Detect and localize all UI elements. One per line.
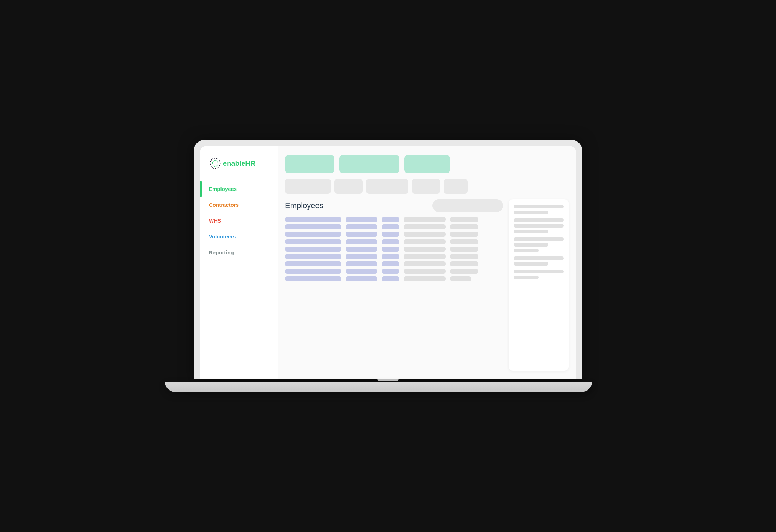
search-bar[interactable] bbox=[432, 199, 503, 212]
logo-area: enableHR bbox=[200, 157, 278, 181]
cell-col3 bbox=[382, 217, 399, 222]
table-row bbox=[285, 224, 503, 229]
cell-col5 bbox=[450, 247, 478, 252]
cell-col5 bbox=[450, 269, 478, 274]
enablehr-logo-icon bbox=[209, 157, 222, 170]
cell-col5 bbox=[450, 232, 478, 237]
panel-line bbox=[514, 270, 564, 273]
cell-col5 bbox=[450, 276, 471, 281]
table-row bbox=[285, 276, 503, 281]
cell-col2 bbox=[346, 261, 377, 266]
table-header: Employees bbox=[285, 199, 503, 212]
sidebar-item-reporting[interactable]: Reporting bbox=[200, 244, 278, 260]
cell-col4 bbox=[404, 217, 446, 222]
panel-line bbox=[514, 205, 564, 208]
cell-col4 bbox=[404, 276, 446, 281]
main-content: Employees bbox=[278, 146, 576, 379]
panel-group-5 bbox=[514, 270, 564, 279]
content-area: Employees bbox=[285, 199, 569, 371]
sidebar: enableHR Employees Contractors WHS Volun… bbox=[200, 146, 278, 379]
cell-col4 bbox=[404, 261, 446, 266]
cell-col3 bbox=[382, 239, 399, 244]
nav-items: Employees Contractors WHS Volunteers Rep… bbox=[200, 181, 278, 260]
cell-col2 bbox=[346, 232, 377, 237]
cell-col3 bbox=[382, 232, 399, 237]
laptop-wrapper: enableHR Employees Contractors WHS Volun… bbox=[194, 140, 582, 392]
top-card-1[interactable] bbox=[285, 155, 334, 173]
laptop-screen-inner: enableHR Employees Contractors WHS Volun… bbox=[200, 146, 576, 379]
panel-line bbox=[514, 256, 564, 260]
table-section: Employees bbox=[285, 199, 503, 371]
sidebar-item-whs[interactable]: WHS bbox=[200, 213, 278, 229]
laptop-screen-outer: enableHR Employees Contractors WHS Volun… bbox=[194, 140, 582, 379]
filter-tabs-row bbox=[285, 179, 569, 194]
cell-name bbox=[285, 254, 341, 259]
cell-name bbox=[285, 261, 341, 266]
cell-col4 bbox=[404, 247, 446, 252]
cell-col3 bbox=[382, 269, 399, 274]
sidebar-item-volunteers[interactable]: Volunteers bbox=[200, 229, 278, 244]
cell-col5 bbox=[450, 239, 478, 244]
cell-col3 bbox=[382, 261, 399, 266]
right-panel bbox=[509, 199, 569, 371]
cell-col2 bbox=[346, 239, 377, 244]
filter-tab-2[interactable] bbox=[334, 179, 363, 194]
table-rows bbox=[285, 217, 503, 281]
cell-col5 bbox=[450, 254, 478, 259]
svg-point-0 bbox=[210, 158, 220, 169]
cell-name bbox=[285, 224, 341, 229]
cell-name bbox=[285, 276, 341, 281]
cell-name bbox=[285, 217, 341, 222]
filter-tab-3[interactable] bbox=[366, 179, 408, 194]
table-row bbox=[285, 217, 503, 222]
svg-point-1 bbox=[212, 161, 218, 166]
panel-line bbox=[514, 249, 539, 252]
filter-tab-5[interactable] bbox=[444, 179, 468, 194]
panel-line bbox=[514, 276, 539, 279]
laptop-notch bbox=[377, 379, 399, 381]
cell-col3 bbox=[382, 247, 399, 252]
table-row bbox=[285, 232, 503, 237]
cell-col3 bbox=[382, 276, 399, 281]
panel-group-1 bbox=[514, 205, 564, 214]
cell-col4 bbox=[404, 239, 446, 244]
cell-name bbox=[285, 247, 341, 252]
logo-green: HR bbox=[245, 159, 255, 167]
filter-tab-4[interactable] bbox=[412, 179, 440, 194]
filter-tab-1[interactable] bbox=[285, 179, 331, 194]
cell-col4 bbox=[404, 269, 446, 274]
cell-name bbox=[285, 269, 341, 274]
top-card-3[interactable] bbox=[404, 155, 450, 173]
cell-col5 bbox=[450, 224, 478, 229]
cell-col2 bbox=[346, 224, 377, 229]
cell-col3 bbox=[382, 224, 399, 229]
cell-col3 bbox=[382, 254, 399, 259]
cell-col2 bbox=[346, 217, 377, 222]
panel-line bbox=[514, 262, 548, 266]
table-row bbox=[285, 269, 503, 274]
cell-col4 bbox=[404, 224, 446, 229]
table-title: Employees bbox=[285, 201, 323, 210]
cell-col4 bbox=[404, 232, 446, 237]
logo-text: enableHR bbox=[223, 159, 255, 168]
cell-col5 bbox=[450, 261, 478, 266]
panel-group-4 bbox=[514, 256, 564, 266]
table-row bbox=[285, 261, 503, 266]
panel-line bbox=[514, 211, 548, 214]
sidebar-item-contractors[interactable]: Contractors bbox=[200, 197, 278, 213]
sidebar-item-employees[interactable]: Employees bbox=[200, 181, 278, 197]
panel-line bbox=[514, 237, 564, 241]
cell-col2 bbox=[346, 269, 377, 274]
cell-col5 bbox=[450, 217, 478, 222]
cell-col4 bbox=[404, 254, 446, 259]
panel-group-2 bbox=[514, 218, 564, 233]
table-row bbox=[285, 239, 503, 244]
logo-dark: enable bbox=[223, 159, 245, 167]
table-row bbox=[285, 247, 503, 252]
cell-col2 bbox=[346, 254, 377, 259]
top-card-2[interactable] bbox=[339, 155, 399, 173]
panel-line bbox=[514, 218, 564, 222]
table-row bbox=[285, 254, 503, 259]
panel-line bbox=[514, 224, 564, 228]
panel-line bbox=[514, 230, 548, 233]
